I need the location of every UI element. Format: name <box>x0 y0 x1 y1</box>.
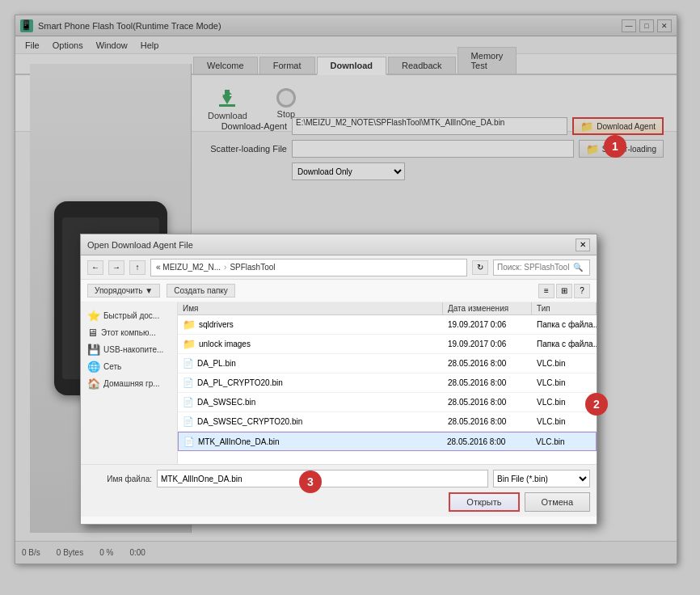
star-icon: ⭐ <box>87 310 100 322</box>
breadcrumb-sep: › <box>224 263 226 272</box>
file-name-sqldrivers: sqldrivers <box>199 320 234 329</box>
sidebar-network-label: Сеть <box>103 362 121 371</box>
file-date-da-pl: 28.05.2016 8:00 <box>443 357 532 369</box>
file-date-da-pl-crypto: 28.05.2016 8:00 <box>443 377 532 389</box>
dialog-body: ⭐ Быстрый дос... 🖥 Этот компью... 💾 USB-… <box>81 302 597 464</box>
sidebar-item-computer[interactable]: 🖥 Этот компью... <box>84 324 174 341</box>
breadcrumb[interactable]: « MEIZU_M2_N... › SPFlashTool <box>150 259 467 276</box>
search-input[interactable] <box>497 263 570 272</box>
file-dialog: Open Download Agent File ✕ ← → ↑ « MEIZU… <box>80 234 597 525</box>
file-row-da-pl[interactable]: 📄DA_PL.bin 28.05.2016 8:00 VLC.bin <box>178 354 597 373</box>
col-type[interactable]: Тип <box>532 302 597 314</box>
dialog-sidebar: ⭐ Быстрый дос... 🖥 Этот компью... 💾 USB-… <box>81 302 178 464</box>
dialog-overlay: Open Download Agent File ✕ ← → ↑ « MEIZU… <box>15 15 677 563</box>
file-icon-da-swsec: 📄 <box>183 397 194 407</box>
refresh-button[interactable]: ↻ <box>472 260 488 275</box>
file-name-unlock: unlock images <box>199 340 251 348</box>
col-name[interactable]: Имя <box>178 302 443 314</box>
dialog-action-buttons: Открыть Отмена <box>87 492 590 512</box>
file-icon-mtk: 📄 <box>183 437 195 447</box>
breadcrumb-part1: « MEIZU_M2_N... <box>156 263 221 272</box>
view-controls: ≡ ⊞ ? <box>538 284 590 298</box>
badge-2-number: 2 <box>593 398 600 411</box>
nav-forward-button[interactable]: → <box>108 260 124 275</box>
file-list: Имя Дата изменения Тип 📁sqldrivers 19.09… <box>178 302 597 464</box>
file-name-da-pl-crypto: DA_PL_CRYPTO20.bin <box>197 378 283 387</box>
organize-button[interactable]: Упорядочить ▼ <box>87 284 160 298</box>
dialog-close-button[interactable]: ✕ <box>576 238 590 251</box>
computer-icon: 🖥 <box>87 327 98 339</box>
file-icon-da-pl: 📄 <box>183 358 194 369</box>
sidebar-usb-label: USB-накопите... <box>103 345 163 354</box>
search-icon: 🔍 <box>573 263 583 272</box>
folder-icon-sqldrivers: 📁 <box>183 319 196 331</box>
homegroup-icon: 🏠 <box>87 378 100 390</box>
file-name-da-swsec-crypto: DA_SWSEC_CRYPTO20.bin <box>197 417 302 426</box>
file-date-unlock: 19.09.2017 0:06 <box>443 338 532 350</box>
col-date[interactable]: Дата изменения <box>443 302 532 314</box>
sidebar-computer-label: Этот компью... <box>101 328 156 337</box>
sidebar-favorites-label: Быстрый дос... <box>103 311 159 320</box>
sidebar-item-favorites[interactable]: ⭐ Быстрый дос... <box>84 307 174 324</box>
network-icon: 🌐 <box>87 361 100 373</box>
file-type-da-pl-crypto: VLC.bin <box>532 377 597 389</box>
new-folder-button[interactable]: Создать папку <box>167 284 235 298</box>
file-date-da-swsec: 28.05.2016 8:00 <box>443 396 532 408</box>
file-type-da-swsec-crypto: VLC.bin <box>532 416 597 428</box>
sidebar-item-homegroup[interactable]: 🏠 Домашняя гр... <box>84 375 174 392</box>
nav-up-button[interactable]: ↑ <box>129 260 145 275</box>
filetype-select[interactable]: Bin File (*.bin) <box>493 470 590 487</box>
file-name-da-swsec: DA_SWSEC.bin <box>197 398 255 407</box>
file-row-sqldrivers[interactable]: 📁sqldrivers 19.09.2017 0:06 Папка с файл… <box>178 315 597 335</box>
file-date-da-swsec-crypto: 28.05.2016 8:00 <box>443 416 532 428</box>
dialog-nav: ← → ↑ « MEIZU_M2_N... › SPFlashTool ↻ 🔍 <box>81 255 597 280</box>
badge-1: 1 <box>604 135 626 158</box>
file-row-unlock[interactable]: 📁unlock images 19.09.2017 0:06 Папка с ф… <box>178 335 597 354</box>
file-row-mtk-allinone[interactable]: 📄MTK_AllInOne_DA.bin 28.05.2016 8:00 VLC… <box>178 432 597 451</box>
help-button[interactable]: ? <box>574 284 590 298</box>
view-list-button[interactable]: ≡ <box>538 284 555 298</box>
file-type-unlock: Папка с файла... <box>532 338 597 350</box>
nav-back-button[interactable]: ← <box>87 260 103 275</box>
file-name-da-pl: DA_PL.bin <box>197 359 236 368</box>
file-row-da-pl-crypto[interactable]: 📄DA_PL_CRYPTO20.bin 28.05.2016 8:00 VLC.… <box>178 373 597 393</box>
filename-row: Имя файла: MTK_AllInOne_DA.bin Bin File … <box>87 470 590 487</box>
file-date-sqldrivers: 19.09.2017 0:06 <box>443 319 532 331</box>
file-type-da-pl: VLC.bin <box>532 357 597 369</box>
file-row-da-swsec-crypto[interactable]: 📄DA_SWSEC_CRYPTO20.bin 28.05.2016 8:00 V… <box>178 412 597 432</box>
badge-3-number: 3 <box>307 475 314 488</box>
file-row-da-swsec[interactable]: 📄DA_SWSEC.bin 28.05.2016 8:00 VLC.bin <box>178 393 597 412</box>
sidebar-item-network[interactable]: 🌐 Сеть <box>84 358 174 375</box>
breadcrumb-part2: SPFlashTool <box>230 263 275 272</box>
file-icon-da-swsec-crypto: 📄 <box>183 416 194 427</box>
sidebar-item-usb[interactable]: 💾 USB-накопите... <box>84 341 174 358</box>
file-name-mtk: MTK_AllInOne_DA.bin <box>198 437 280 446</box>
badge-2: 2 <box>585 393 608 416</box>
open-button[interactable]: Открыть <box>449 492 519 512</box>
dialog-footer: Имя файла: MTK_AllInOne_DA.bin Bin File … <box>81 464 597 517</box>
filename-input[interactable]: MTK_AllInOne_DA.bin <box>157 470 488 487</box>
dialog-title: Open Download Agent File <box>87 240 576 250</box>
view-details-button[interactable]: ⊞ <box>556 284 572 298</box>
usb-icon: 💾 <box>87 344 100 356</box>
dialog-toolbar: Упорядочить ▼ Создать папку ≡ ⊞ ? <box>81 280 597 302</box>
filename-label: Имя файла: <box>87 475 152 483</box>
file-list-header: Имя Дата изменения Тип <box>178 302 597 315</box>
file-type-mtk: VLC.bin <box>531 436 596 448</box>
file-date-mtk: 28.05.2016 8:00 <box>442 436 531 448</box>
app-window: 📱 Smart Phone Flash Tool(Runtime Trace M… <box>15 15 677 564</box>
badge-3: 3 <box>299 471 322 493</box>
dialog-title-bar: Open Download Agent File ✕ <box>81 234 597 255</box>
folder-icon-unlock: 📁 <box>183 338 196 350</box>
search-box: 🔍 <box>493 260 590 276</box>
sidebar-homegroup-label: Домашняя гр... <box>103 379 160 388</box>
badge-1-number: 1 <box>612 140 618 153</box>
file-icon-da-pl-crypto: 📄 <box>183 378 194 388</box>
cancel-button[interactable]: Отмена <box>525 492 590 512</box>
file-type-sqldrivers: Папка с файла... <box>532 319 597 331</box>
